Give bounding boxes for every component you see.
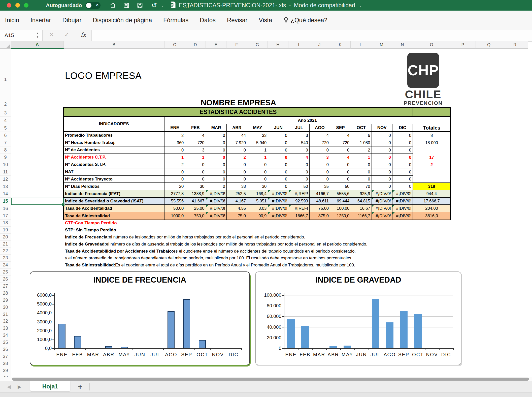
data-cell[interactable]: 0	[310, 146, 330, 154]
data-cell[interactable]: 720	[185, 139, 206, 146]
row-header-35[interactable]: 35	[0, 339, 11, 346]
data-cell[interactable]: 33	[247, 132, 268, 139]
data-cell[interactable]: 35	[310, 183, 330, 190]
index-row-label[interactable]: Tasa de Siniestralidad	[64, 212, 164, 220]
tab-dibujar[interactable]: Dibujar	[62, 17, 81, 24]
data-cell[interactable]: 1	[351, 154, 372, 161]
data-cell[interactable]: 0	[330, 168, 351, 176]
row-header-7[interactable]: 7	[0, 139, 11, 146]
index-data-cell[interactable]: #¡DIV/0!	[392, 198, 413, 205]
row-label[interactable]: NAT	[64, 168, 164, 176]
index-data-cell[interactable]: 1166,7	[351, 212, 372, 220]
row-header-9[interactable]: 9	[0, 154, 11, 161]
column-header-N[interactable]: N	[392, 41, 413, 49]
index-data-cell[interactable]: 875,0	[310, 212, 330, 220]
data-cell[interactable]: 44	[227, 132, 247, 139]
row-header-10[interactable]: 10	[0, 161, 11, 168]
index-data-cell[interactable]: 100,00	[330, 205, 351, 212]
chart-indice-de-gravedad[interactable]: INDICE DE GRAVEDAD020.00040.00060.00080.…	[255, 271, 461, 365]
month-header-FEB[interactable]: FEB	[185, 124, 206, 132]
data-cell[interactable]: 0	[164, 176, 185, 183]
data-cell[interactable]: 0	[185, 176, 206, 183]
data-cell[interactable]: 0	[185, 161, 206, 168]
total-cell[interactable]	[413, 146, 450, 154]
data-cell[interactable]: 0	[227, 176, 247, 183]
sheet-tab-hoja1[interactable]: Hoja1	[30, 381, 70, 391]
data-cell[interactable]: 0	[247, 176, 268, 183]
index-data-cell[interactable]: #¡DIV/0!	[206, 198, 227, 205]
bar-OCT[interactable]	[199, 340, 206, 348]
add-sheet-button[interactable]: +	[76, 382, 85, 391]
data-cell[interactable]: 0	[351, 161, 372, 168]
index-data-cell[interactable]: 92.593	[289, 198, 310, 205]
year-header[interactable]: Año 2021	[164, 117, 450, 124]
tab-insertar[interactable]: Insertar	[30, 17, 51, 24]
data-cell[interactable]: 0	[351, 176, 372, 183]
data-cell[interactable]: 30	[185, 183, 206, 190]
totals-header[interactable]: Totales	[413, 124, 450, 132]
data-cell[interactable]: 0	[268, 146, 289, 154]
data-cell[interactable]: 0	[268, 176, 289, 183]
data-cell[interactable]: 0	[268, 139, 289, 146]
data-cell[interactable]: 0	[372, 139, 392, 146]
index-data-cell[interactable]: 5.051	[247, 198, 268, 205]
data-cell[interactable]: 50	[289, 183, 310, 190]
bar-SEP[interactable]	[183, 299, 190, 348]
data-cell[interactable]: 5.940	[247, 139, 268, 146]
bar-MAY[interactable]	[344, 346, 351, 348]
row-header-28[interactable]: 28	[0, 290, 11, 297]
index-data-cell[interactable]: 75,0	[227, 212, 247, 220]
data-cell[interactable]: 2	[227, 154, 247, 161]
data-cell[interactable]: 0	[310, 168, 330, 176]
row-header-12[interactable]: 12	[0, 176, 11, 183]
data-cell[interactable]: 2	[164, 132, 185, 139]
row-label[interactable]: Promedio Trabajadores	[64, 132, 164, 139]
data-cell[interactable]: 0	[330, 146, 351, 154]
horizontal-scrollbar-thumb[interactable]	[12, 378, 529, 381]
index-total-cell[interactable]: 204,00	[413, 205, 450, 212]
bar-AGO[interactable]	[168, 311, 175, 348]
data-cell[interactable]: 0	[392, 146, 413, 154]
data-cell[interactable]: 6	[351, 132, 372, 139]
data-cell[interactable]: 70	[351, 183, 372, 190]
data-cell[interactable]: 0	[289, 146, 310, 154]
data-cell[interactable]: 0	[206, 161, 227, 168]
index-data-cell[interactable]: 55.556	[164, 198, 185, 205]
data-cell[interactable]: 0	[268, 183, 289, 190]
column-header-B[interactable]: B	[64, 41, 164, 49]
row-header-17[interactable]: 17	[0, 212, 11, 220]
data-cell[interactable]: 0	[372, 176, 392, 183]
row-header-22[interactable]: 22	[0, 248, 11, 255]
column-header-M[interactable]: M	[371, 41, 392, 49]
row-header-30[interactable]: 30	[0, 304, 11, 311]
row-label[interactable]: N° Accidentes C.T.P.	[64, 154, 164, 161]
data-cell[interactable]: 720	[330, 139, 351, 146]
index-data-cell[interactable]: #¡DIV/0!	[268, 198, 289, 205]
title-chevron-icon[interactable]: ⌄	[359, 3, 362, 8]
index-data-cell[interactable]: 4,55	[227, 205, 247, 212]
data-cell[interactable]: 0	[310, 176, 330, 183]
data-cell[interactable]: 2	[351, 146, 372, 154]
index-total-cell[interactable]: 3816,0	[413, 212, 450, 220]
index-data-cell[interactable]: 50,00	[164, 205, 185, 212]
data-cell[interactable]: 0	[206, 132, 227, 139]
index-data-cell[interactable]: #¡DIV/0!	[372, 190, 392, 198]
row-header-38[interactable]: 38	[0, 360, 11, 367]
column-header-A[interactable]: A	[11, 41, 64, 49]
data-cell[interactable]: 0	[392, 161, 413, 168]
month-header-AGO[interactable]: AGO	[310, 124, 330, 132]
data-cell[interactable]: 0	[164, 168, 185, 176]
index-data-cell[interactable]: 48.611	[310, 198, 330, 205]
column-header-J[interactable]: J	[309, 41, 330, 49]
data-cell[interactable]: 30	[247, 183, 268, 190]
data-cell[interactable]: 0	[268, 154, 289, 161]
document-title[interactable]: ESTADISTICAS-PREVENCION-2021-.xls	[179, 2, 286, 9]
data-cell[interactable]: 0	[206, 176, 227, 183]
data-cell[interactable]: 0	[164, 146, 185, 154]
data-cell[interactable]: 0	[392, 183, 413, 190]
bar-JUL[interactable]	[372, 299, 379, 348]
data-cell[interactable]: 1	[185, 154, 206, 161]
column-header-D[interactable]: D	[185, 41, 206, 49]
row-header-5[interactable]: 5	[0, 124, 11, 132]
row-header-37[interactable]: 37	[0, 353, 11, 360]
